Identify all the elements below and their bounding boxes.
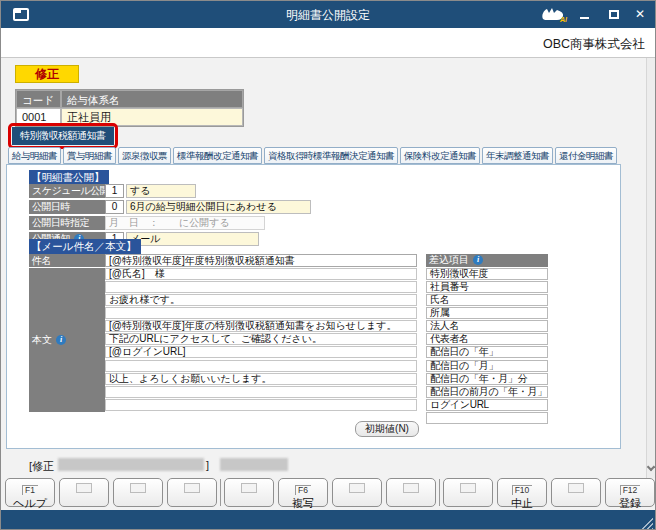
- merge-field-item[interactable]: ログインURL: [426, 399, 548, 411]
- subject-input[interactable]: [@特別徴収年度]年度特別徴収税額通知書: [105, 254, 417, 267]
- body-line-input[interactable]: [@ログインURL]: [105, 346, 417, 358]
- vertical-scrollbar[interactable]: [646, 58, 656, 478]
- body-line-input[interactable]: [105, 386, 417, 398]
- info-icon[interactable]: i: [56, 335, 66, 345]
- fkey-label: [403, 483, 419, 493]
- red-highlight-ring: 特別徴収税額通知書: [8, 123, 118, 149]
- fkey-label: [76, 483, 92, 493]
- merge-field-item[interactable]: 所属: [426, 307, 548, 319]
- status-bracket-close: ]: [206, 459, 209, 471]
- merge-field-item[interactable]: [426, 412, 548, 424]
- tab-qualification-standard-remuneration[interactable]: 資格取得時標準報酬決定通知書: [264, 147, 398, 164]
- merge-fields-header: 差込項目i: [426, 254, 548, 267]
- fkey-f9-empty[interactable]: [443, 478, 493, 507]
- fkey-f5-empty[interactable]: [224, 478, 274, 507]
- body-line-input[interactable]: [105, 399, 417, 411]
- fkey-label: F6: [295, 485, 311, 495]
- body-line-input[interactable]: 以上、よろしくお願いいたします。: [105, 373, 417, 385]
- table-header-row: コード 給与体系名: [16, 90, 243, 108]
- ai-label: AI: [560, 16, 567, 23]
- fkey-f8-empty[interactable]: [386, 478, 436, 507]
- schedule-publish-label: スケジュール公開: [29, 184, 105, 198]
- redacted-status-value: [58, 458, 204, 471]
- fkey-label: [184, 483, 200, 493]
- fkey-f6-copy[interactable]: F6 複写: [278, 478, 328, 507]
- fkey-group-divider: [439, 479, 440, 506]
- mail-section-header: 【メール件名／本文】: [29, 239, 141, 254]
- schedule-publish-code-input[interactable]: 1: [105, 184, 124, 198]
- maximize-icon[interactable]: [609, 10, 619, 19]
- fkey-label: [460, 483, 476, 493]
- fkey-label: [568, 483, 584, 493]
- mode-badge: 修正: [15, 65, 79, 83]
- schedule-publish-value[interactable]: する: [126, 184, 196, 198]
- merge-field-item[interactable]: 特別徴収年度: [426, 268, 548, 280]
- fkey-label: F10: [512, 485, 533, 495]
- ai-assistant-icon[interactable]: AI: [539, 6, 567, 23]
- status-mode-text: [修正: [29, 459, 54, 474]
- tab-content-panel: 【明細書公開】 スケジュール公開 1 する 公開日時 0 6月の給与明細公開日に…: [6, 164, 621, 449]
- fkey-text: 登録: [606, 497, 654, 510]
- tab-withholding-slip[interactable]: 源泉徴収票: [118, 147, 171, 164]
- fkey-f2-empty[interactable]: [59, 478, 109, 507]
- fkey-text: 中止: [498, 497, 546, 510]
- fkey-group-divider: [220, 479, 221, 506]
- merge-field-item[interactable]: 配信日の前月の「年・月」: [426, 386, 548, 398]
- fkey-label: F1: [22, 485, 38, 495]
- body-label-text: 本文: [32, 333, 52, 347]
- fkey-text: 複写: [279, 497, 327, 510]
- name-column-header: 給与体系名: [61, 90, 243, 108]
- body-line-input[interactable]: 下記のURLにアクセスして、ご確認ください。: [105, 333, 417, 345]
- tab-year-end-adjustment[interactable]: 年末調整通知書: [482, 147, 553, 164]
- bottom-status-strip: [1, 510, 655, 530]
- fkey-f10-cancel[interactable]: F10 中止: [497, 478, 547, 507]
- merge-fields-header-text: 差込項目: [429, 254, 469, 265]
- body-line-input[interactable]: [@氏名] 様: [105, 268, 417, 280]
- publish-notification-value[interactable]: メール: [126, 232, 259, 246]
- fkey-f4-empty[interactable]: [167, 478, 217, 507]
- title-bar: 明細書公開設定 AI ✕: [1, 1, 655, 28]
- merge-field-item[interactable]: 配信日の「年」: [426, 346, 548, 358]
- fkey-f7-empty[interactable]: [332, 478, 382, 507]
- merge-field-item[interactable]: 代表者名: [426, 333, 548, 345]
- resize-grip-icon[interactable]: [641, 517, 653, 529]
- close-icon[interactable]: ✕: [635, 7, 645, 22]
- fkey-f12-register[interactable]: F12 登録: [605, 478, 655, 507]
- publish-datetime-value[interactable]: 6月の給与明細公開日にあわせる: [126, 200, 311, 214]
- fkey-label: F12: [620, 485, 641, 495]
- tab-bar: 給与明細書 賞与明細書 源泉徴収票 標準報酬改定通知書 資格取得時標準報酬決定通…: [8, 147, 617, 164]
- body-line-input[interactable]: [105, 360, 417, 372]
- merge-field-item[interactable]: 社員番号: [426, 281, 548, 293]
- merge-field-item[interactable]: 配信日の「年・月」分: [426, 373, 548, 385]
- merge-field-item[interactable]: 配信日の「月」: [426, 360, 548, 372]
- publish-datetime-spec-label: 公開日時指定: [29, 216, 105, 230]
- code-column-header: コード: [16, 90, 61, 108]
- publish-datetime-spec-input: 月 日 ： に公開する: [105, 216, 265, 230]
- fkey-f1-help[interactable]: F1 ヘルプ: [5, 478, 55, 507]
- default-value-button[interactable]: 初期値(N): [355, 421, 419, 437]
- tab-refund-statement[interactable]: 還付金明細書: [555, 147, 617, 164]
- body-line-input[interactable]: お疲れ様です。: [105, 294, 417, 306]
- body-line-input[interactable]: [105, 307, 417, 319]
- info-icon[interactable]: i: [473, 255, 483, 265]
- fkey-f3-empty[interactable]: [113, 478, 163, 507]
- redacted-status-value: [220, 458, 288, 471]
- fkey-label: [241, 483, 257, 493]
- merge-field-item[interactable]: 氏名: [426, 294, 548, 306]
- minimize-icon[interactable]: [580, 17, 589, 19]
- merge-field-item[interactable]: 法人名: [426, 320, 548, 332]
- publish-datetime-code-input[interactable]: 0: [105, 200, 124, 214]
- tab-salary-statement[interactable]: 給与明細書: [8, 147, 61, 164]
- tab-special-collection-tax-notice[interactable]: 特別徴収税額通知書: [12, 127, 114, 145]
- body-line-input[interactable]: [105, 281, 417, 293]
- fkey-f11-empty[interactable]: [551, 478, 601, 507]
- tab-bonus-statement[interactable]: 賞与明細書: [63, 147, 116, 164]
- body-line-input[interactable]: [@特別徴収年度]年度の特別徴収税額通知書をお知らせします。: [105, 320, 417, 332]
- company-bar: OBC商事株式会社: [1, 28, 655, 58]
- tab-standard-remuneration-revision[interactable]: 標準報酬改定通知書: [173, 147, 262, 164]
- publish-section-header: 【明細書公開】: [29, 170, 109, 185]
- body-label: 本文i: [29, 268, 105, 412]
- fkey-label: [130, 483, 146, 493]
- fkey-label: [349, 483, 365, 493]
- tab-insurance-premium-revision[interactable]: 保険料改定通知書: [400, 147, 480, 164]
